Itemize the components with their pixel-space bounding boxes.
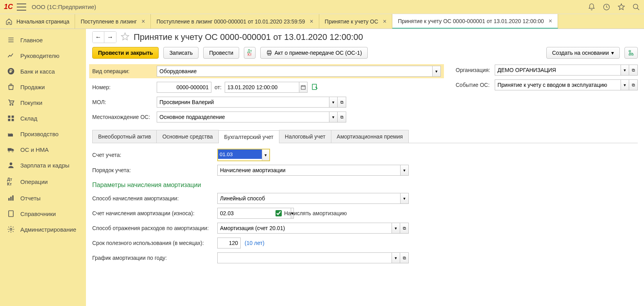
dropdown-button[interactable]: ▾ xyxy=(262,149,269,160)
dtk-button[interactable]: ДтКт xyxy=(244,47,255,59)
close-icon[interactable]: × xyxy=(549,18,552,25)
list-icon xyxy=(7,36,15,44)
org-title: ООО (1С:Предприятие) xyxy=(32,4,96,10)
tab-3[interactable]: Принятие к учету ОС× xyxy=(319,14,392,29)
tab-2[interactable]: Поступление в лизинг 0000-000001 от 10.0… xyxy=(151,14,319,29)
tab-4[interactable]: Принятие к учету ОС 0000-000001 от 13.01… xyxy=(392,14,558,29)
post-button[interactable]: Провести xyxy=(203,47,239,59)
dropdown-button[interactable]: ▾ xyxy=(329,97,338,108)
sidebar-item-purchases[interactable]: Покупки xyxy=(0,95,86,110)
history-icon[interactable] xyxy=(603,3,610,11)
bars-icon xyxy=(7,194,15,202)
svg-point-4 xyxy=(10,104,11,106)
forward-button[interactable]: → xyxy=(104,32,116,43)
exp-method-field[interactable] xyxy=(217,223,392,234)
sidebar-item-sales[interactable]: Продажи xyxy=(0,79,86,95)
sidebar-item-hr[interactable]: Зарплата и кадры xyxy=(0,157,86,173)
open-button[interactable]: ⧉ xyxy=(338,97,346,108)
dropdown-button[interactable]: ▾ xyxy=(400,193,409,204)
back-button[interactable]: ← xyxy=(93,32,104,43)
op-type-field[interactable] xyxy=(157,66,432,77)
org-label: Организация: xyxy=(456,67,495,73)
open-button[interactable]: ⧉ xyxy=(629,65,638,76)
mol-field[interactable] xyxy=(157,97,329,108)
sidebar-item-production[interactable]: Производство xyxy=(0,126,86,142)
sidebar-item-reference[interactable]: Справочники xyxy=(0,206,86,221)
menu-icon[interactable] xyxy=(17,4,26,11)
act-button[interactable]: Акт о приеме-передаче ОС (ОС-1) xyxy=(260,47,368,59)
sidebar-item-main[interactable]: Главное xyxy=(0,32,86,48)
svg-point-18 xyxy=(10,229,12,230)
org-field[interactable] xyxy=(495,65,621,76)
order-label: Порядок учета: xyxy=(92,167,217,173)
ruble-icon: ₽ xyxy=(7,67,15,75)
save-button[interactable]: Записать xyxy=(163,47,199,59)
close-icon[interactable]: × xyxy=(310,18,313,25)
toolbar: Провести и закрыть Записать Провести ДтК… xyxy=(92,47,638,59)
svg-rect-22 xyxy=(629,50,631,52)
structure-button[interactable] xyxy=(624,47,638,59)
svg-rect-23 xyxy=(629,54,631,55)
favorite-icon[interactable] xyxy=(120,32,130,43)
close-icon[interactable]: × xyxy=(141,18,145,25)
calendar-button[interactable] xyxy=(299,82,308,93)
star-icon[interactable] xyxy=(617,3,625,11)
tab-home[interactable]: Начальная страница xyxy=(0,14,75,29)
loc-field[interactable] xyxy=(157,112,329,122)
tab-noncurrent[interactable]: Внеоборотный актив xyxy=(92,130,157,143)
dropdown-button[interactable]: ▾ xyxy=(432,66,441,77)
bell-icon[interactable] xyxy=(588,3,596,11)
printer-icon xyxy=(266,50,272,56)
calc-dep-input[interactable] xyxy=(275,210,282,216)
useful-years[interactable]: (10 лет) xyxy=(245,240,265,246)
dep-account-label: Счет начисления амортизации (износа): xyxy=(92,210,217,216)
sidebar-item-bank[interactable]: ₽Банк и касса xyxy=(0,63,86,79)
svg-text:₽: ₽ xyxy=(9,68,13,74)
graph-field[interactable] xyxy=(217,252,392,263)
sidebar-item-assets[interactable]: ОС и НМА xyxy=(0,142,86,157)
svg-rect-25 xyxy=(301,86,306,89)
dropdown-button[interactable]: ▾ xyxy=(621,79,629,90)
svg-point-11 xyxy=(8,151,9,152)
number-field[interactable] xyxy=(157,82,211,93)
account-field[interactable] xyxy=(218,149,262,159)
open-button[interactable]: ⧉ xyxy=(400,252,409,263)
method-field[interactable] xyxy=(217,193,400,204)
create-basis-button[interactable]: Создать на основании ▾ xyxy=(546,47,620,59)
dropdown-button[interactable]: ▾ xyxy=(392,252,400,263)
mol-label: МОЛ: xyxy=(92,99,157,105)
dropdown-button[interactable]: ▾ xyxy=(400,165,409,176)
dropdown-button[interactable]: ▾ xyxy=(392,223,400,234)
sidebar-item-admin[interactable]: Администрирование xyxy=(0,221,86,237)
useful-field[interactable] xyxy=(217,238,241,248)
tab-tax[interactable]: Налоговый учет xyxy=(279,130,331,143)
calc-dep-checkbox[interactable]: Начислять амортизацию xyxy=(275,210,347,216)
status-icon[interactable] xyxy=(311,83,318,92)
cart-icon xyxy=(7,99,15,106)
tab-1[interactable]: Поступление в лизинг× xyxy=(75,14,151,29)
sidebar-item-warehouse[interactable]: Склад xyxy=(0,110,86,126)
open-button[interactable]: ⧉ xyxy=(338,112,346,122)
dropdown-button[interactable]: ▾ xyxy=(329,112,338,122)
factory-icon xyxy=(7,130,15,138)
date-field[interactable] xyxy=(225,82,299,93)
svg-rect-10 xyxy=(8,148,12,151)
tab-premium[interactable]: Амортизационная премия xyxy=(331,130,409,143)
tab-fixed-assets[interactable]: Основные средства xyxy=(156,130,218,143)
sidebar-item-manager[interactable]: Руководителю xyxy=(0,48,86,63)
post-close-button[interactable]: Провести и закрыть xyxy=(92,47,159,59)
open-button[interactable]: ⧉ xyxy=(400,223,409,234)
section-title: Параметры начисления амортизации xyxy=(92,182,638,189)
dropdown-button[interactable]: ▾ xyxy=(621,65,629,76)
op-type-label: Вид операции: xyxy=(92,68,157,74)
close-icon[interactable]: × xyxy=(383,18,386,25)
sidebar-item-operations[interactable]: ДтКтОперации xyxy=(0,173,86,190)
search-icon[interactable] xyxy=(632,3,640,11)
svg-rect-16 xyxy=(12,195,13,200)
order-field[interactable] xyxy=(217,165,400,176)
open-button[interactable]: ⧉ xyxy=(629,79,638,90)
tab-accounting[interactable]: Бухгалтерский учет xyxy=(218,130,279,143)
sidebar-item-reports[interactable]: Отчеты xyxy=(0,190,86,206)
svg-point-13 xyxy=(10,162,13,165)
event-field[interactable] xyxy=(495,79,621,90)
